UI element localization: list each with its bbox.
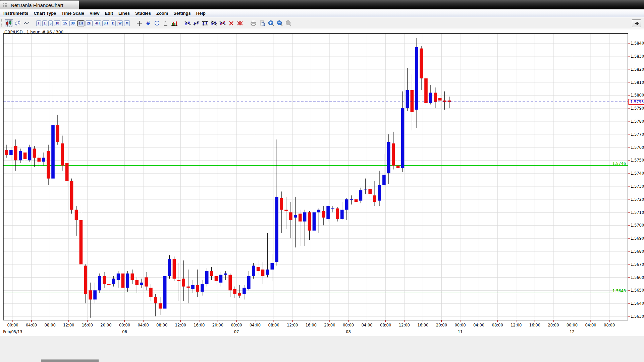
bar-chart-type-button[interactable] — [14, 19, 22, 27]
time-tick-label: 12:00 — [399, 323, 410, 327]
info-button[interactable] — [153, 19, 161, 27]
info-icon — [154, 20, 160, 26]
delete-all-icon — [237, 21, 243, 26]
time-tick-label: 00:00 — [119, 323, 130, 327]
menu-item-studies[interactable]: Studies — [132, 10, 154, 17]
print-preview-button[interactable] — [258, 19, 266, 27]
timeframe-30-button[interactable]: 30 — [69, 20, 76, 26]
title-bar: NetDania FinanceChart — [0, 0, 644, 9]
time-tick-label: 04:00 — [250, 323, 261, 327]
time-tick-label: 00:00 — [567, 323, 578, 327]
price-tick-label: 1.5660 — [631, 275, 644, 280]
time-tick-label: 16:00 — [306, 323, 317, 327]
price-chart: 1.57461.56481.58401.58301.58201.58101.58… — [0, 29, 644, 362]
toolbar-gap — [179, 23, 183, 23]
delete-line-icon — [219, 20, 226, 26]
trendline-channel-icon — [211, 20, 217, 26]
time-tick-label: 00:00 — [454, 323, 466, 327]
candle — [173, 256, 176, 281]
menu-bar: InstrumentsChart TypeTime ScaleViewEditL… — [0, 9, 644, 17]
annotation-button[interactable] — [162, 19, 170, 27]
price-tick-label: 1.5690 — [631, 236, 644, 241]
timeframe-10-button[interactable]: 10 — [54, 20, 60, 26]
date-label: 11 — [458, 329, 463, 334]
delete-selected-button[interactable] — [227, 19, 235, 27]
trendline-down-button[interactable] — [184, 19, 192, 27]
candle — [313, 211, 316, 233]
current-price-label: 1.5795 — [629, 99, 644, 105]
application-tab[interactable]: NetDania FinanceChart — [0, 0, 79, 9]
timeframe-w-button[interactable]: W — [117, 20, 123, 26]
trendline-up-button[interactable] — [193, 19, 201, 27]
zoom-reset-button[interactable] — [284, 19, 292, 27]
crosshair-icon — [137, 20, 142, 26]
chart-plot-area[interactable] — [3, 34, 628, 320]
price-tick-label: 1.5650 — [631, 288, 644, 293]
chart-panel: GBP/USD , 1 hour, # 96 / 300 1.57461.564… — [0, 29, 644, 362]
price-tick-label: 1.5840 — [631, 41, 644, 46]
menu-item-edit[interactable]: Edit — [102, 10, 116, 17]
support-level-label: 1.5648 — [612, 289, 626, 293]
trendline-horizontal-button[interactable] — [201, 19, 209, 27]
date-label: 06 — [122, 329, 127, 334]
price-tick-label: 1.5740 — [631, 171, 644, 176]
time-tick-label: 08:00 — [380, 323, 391, 327]
timeframe-8h-button[interactable]: 8H — [102, 20, 109, 26]
menu-item-settings[interactable]: Settings — [171, 10, 193, 17]
menu-item-view[interactable]: View — [87, 10, 102, 17]
timeframe-1-button[interactable]: 1 — [42, 20, 47, 26]
price-tick-label: 1.5820 — [631, 67, 644, 72]
time-tick-label: 20:00 — [548, 323, 559, 327]
timeframe-t-button[interactable]: T — [36, 20, 41, 26]
timeframe-5-button[interactable]: 5 — [48, 20, 53, 26]
line-chart-type-button[interactable] — [22, 19, 31, 27]
price-tick-label: 1.5670 — [631, 262, 644, 267]
time-tick-label: 04:00 — [473, 323, 484, 327]
trendline-channel-button[interactable] — [210, 19, 218, 27]
time-tick-label: 20:00 — [436, 323, 447, 327]
menu-item-help[interactable]: Help — [194, 10, 208, 17]
time-tick-label: 04:00 — [138, 323, 149, 327]
toolbar-gap — [245, 23, 249, 23]
time-tick-label: 00:00 — [231, 323, 242, 327]
timeframe-4h-button[interactable]: 4H — [94, 20, 101, 26]
timeframe-d-button[interactable]: D — [111, 20, 116, 26]
line-chart-type-icon — [23, 21, 30, 26]
time-tick-label: 04:00 — [26, 323, 37, 327]
menu-item-time-scale[interactable]: Time Scale — [59, 10, 87, 17]
bar-chart-type-icon — [15, 20, 21, 26]
toolbar-drag-handle[interactable] — [1, 19, 3, 27]
candlestick-chart-button[interactable] — [5, 19, 13, 27]
time-tick-label: 16:00 — [417, 323, 428, 327]
price-tick-label: 1.5800 — [631, 93, 644, 98]
timeframe-2h-button[interactable]: 2H — [86, 20, 93, 26]
menu-item-lines[interactable]: Lines — [116, 10, 132, 17]
menu-item-chart-type[interactable]: Chart Type — [31, 10, 59, 17]
time-tick-label: 00:00 — [343, 323, 354, 327]
timeframe-m-button[interactable]: M — [124, 20, 129, 26]
time-tick-label: 08:00 — [492, 323, 503, 327]
delete-all-button[interactable] — [236, 19, 244, 27]
time-tick-label: 20:00 — [212, 323, 223, 327]
app-icon — [3, 3, 8, 7]
timeframe-15-button[interactable]: 15 — [62, 20, 68, 26]
grid-button[interactable]: # — [144, 19, 152, 27]
grid-icon: # — [146, 20, 151, 26]
timeframe-1h-button[interactable]: 1H — [77, 20, 85, 26]
menu-item-instruments[interactable]: Instruments — [1, 10, 31, 17]
time-tick-label: 16:00 — [82, 323, 93, 327]
pin-toolbar-button[interactable] — [632, 19, 641, 27]
crosshair-button[interactable] — [136, 19, 144, 27]
print-button[interactable] — [250, 19, 258, 27]
candle — [121, 271, 125, 290]
zoom-out-button[interactable] — [276, 19, 284, 27]
volume-histogram-button[interactable] — [170, 19, 178, 27]
annotation-icon — [163, 20, 168, 26]
menu-item-zoom[interactable]: Zoom — [154, 10, 171, 17]
delete-line-button[interactable] — [219, 19, 227, 27]
time-tick-label: 16:00 — [194, 323, 205, 327]
date-label: 07 — [234, 329, 239, 334]
candle — [205, 268, 209, 286]
date-label: Feb/05/13 — [3, 329, 22, 334]
zoom-in-button[interactable] — [267, 19, 275, 27]
